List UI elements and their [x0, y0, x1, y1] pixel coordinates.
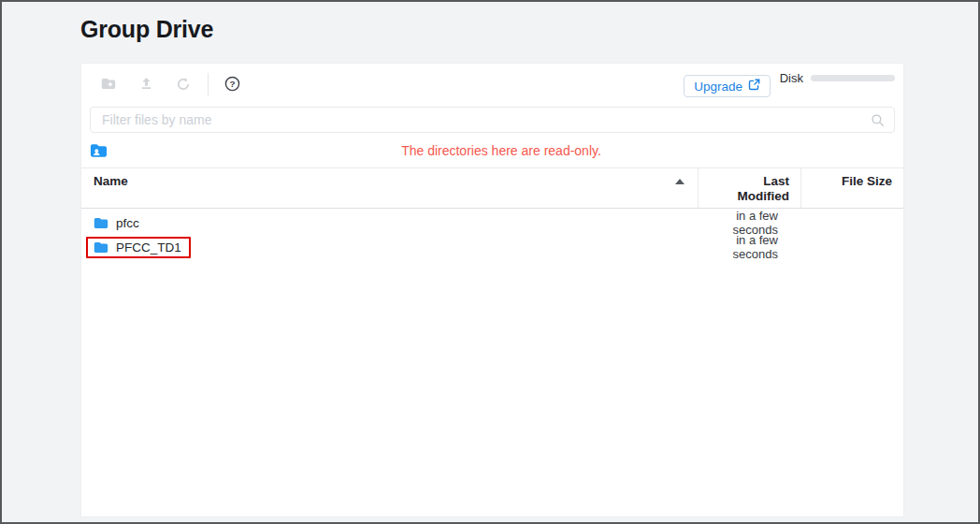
- read-only-notice: The directories here are read-only.: [108, 143, 895, 158]
- last-modified-value: in a few seconds: [698, 233, 800, 261]
- refresh-icon[interactable]: [177, 78, 190, 91]
- column-header-last-modified[interactable]: Last Modified: [698, 168, 800, 208]
- upgrade-label: Upgrade: [694, 80, 742, 94]
- disk-label: Disk: [780, 71, 803, 85]
- table-row[interactable]: PFCC_TD1 in a few seconds: [81, 235, 903, 259]
- name-cell: pfcc: [81, 212, 698, 234]
- breadcrumb: The directories here are read-only.: [90, 138, 895, 163]
- folder-icon: [94, 217, 108, 229]
- filter-bar: [90, 107, 895, 133]
- filter-input[interactable]: [90, 107, 895, 133]
- help-icon[interactable]: ?: [224, 76, 240, 92]
- table-row[interactable]: pfcc in a few seconds: [81, 211, 903, 235]
- row-highlight-box: PFCC_TD1: [86, 237, 191, 258]
- upgrade-button[interactable]: Upgrade: [684, 75, 771, 97]
- folder-icon: [94, 241, 108, 254]
- disk-usage: Disk: [780, 71, 895, 85]
- search-icon: [871, 113, 885, 131]
- name-cell: PFCC_TD1: [81, 237, 698, 258]
- column-header-name[interactable]: Name: [81, 168, 698, 208]
- page-title: Group Drive: [80, 16, 213, 43]
- row-highlight-box: pfcc: [86, 212, 149, 234]
- column-header-file-size[interactable]: File Size: [800, 168, 903, 208]
- column-name-label: Name: [94, 174, 128, 204]
- column-last-modified-label: Last Modified: [729, 174, 789, 204]
- disk-usage-bar: [811, 75, 895, 81]
- new-folder-icon[interactable]: [101, 78, 116, 90]
- toolbar-icons: ?: [101, 76, 240, 92]
- sort-ascending-icon[interactable]: [675, 179, 685, 184]
- column-file-size-label: File Size: [842, 174, 892, 188]
- external-link-icon: [748, 79, 760, 94]
- toolbar: ? Upgrade Disk: [81, 64, 903, 107]
- table-header: Name Last Modified File Size: [81, 167, 903, 209]
- toolbar-separator: [208, 73, 209, 95]
- group-folder-icon[interactable]: [90, 143, 108, 158]
- file-name: pfcc: [116, 216, 139, 230]
- screen: Group Drive: [0, 0, 980, 524]
- file-name: PFCC_TD1: [116, 240, 181, 255]
- svg-text:?: ?: [229, 79, 235, 89]
- upload-icon[interactable]: [140, 77, 152, 91]
- table-body: pfcc in a few seconds PFCC_TD1 in a few …: [81, 211, 903, 259]
- file-manager-panel: ? Upgrade Disk: [80, 63, 904, 517]
